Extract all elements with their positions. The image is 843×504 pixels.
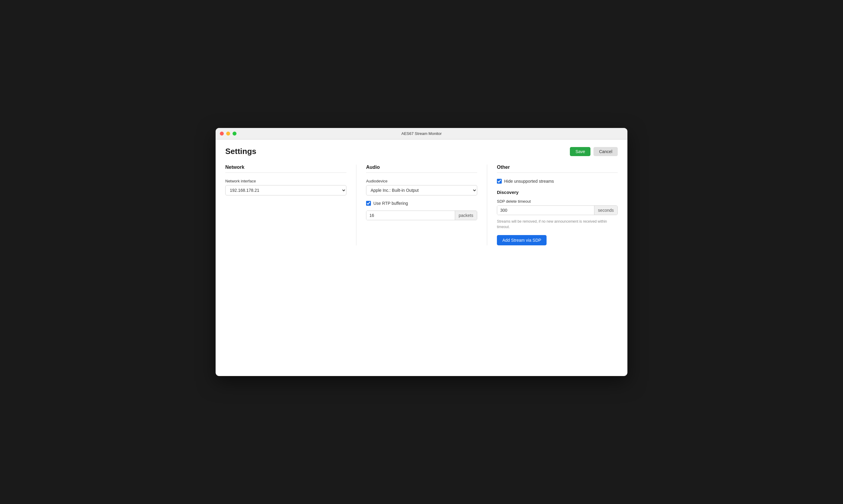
rtp-buffering-label: Use RTP buffering (373, 201, 408, 206)
sdp-helper-text: Streams will be removed, if no new annou… (497, 219, 618, 230)
minimize-button[interactable] (226, 131, 230, 136)
network-section-title: Network (225, 165, 346, 173)
save-button[interactable]: Save (570, 147, 590, 156)
close-button[interactable] (220, 131, 224, 136)
content-area: Settings Save Cancel Network Network int… (216, 140, 627, 376)
add-stream-button[interactable]: Add Stream via SDP (497, 235, 547, 245)
sdp-timeout-suffix: seconds (594, 206, 617, 215)
audio-column: Audio Audiodevice Apple Inc.: Built-in O… (356, 165, 487, 245)
window-controls (220, 131, 237, 136)
audiodevice-select[interactable]: Apple Inc.: Built-in Output (366, 185, 477, 195)
settings-columns: Network Network interface 192.168.178.21… (225, 165, 618, 245)
discovery-subtitle: Discovery (497, 190, 618, 195)
other-column: Other Hide unsupported streams Discovery… (487, 165, 618, 245)
page-title: Settings (225, 147, 257, 156)
sdp-timeout-input[interactable] (497, 206, 594, 215)
audiodevice-label: Audiodevice (366, 179, 477, 183)
titlebar: AES67 Stream Monitor (216, 128, 627, 140)
network-column: Network Network interface 192.168.178.21 (225, 165, 356, 245)
header-row: Settings Save Cancel (225, 147, 618, 156)
hide-unsupported-label: Hide unsupported streams (504, 179, 554, 184)
rtp-buffering-row: Use RTP buffering (366, 201, 477, 206)
network-interface-select[interactable]: 192.168.178.21 (225, 185, 346, 195)
network-interface-label: Network interface (225, 179, 346, 183)
cancel-button[interactable]: Cancel (593, 147, 618, 156)
sdp-timeout-field: seconds (497, 205, 618, 215)
app-window: AES67 Stream Monitor Settings Save Cance… (216, 128, 627, 376)
rtp-packets-suffix: packets (455, 211, 477, 220)
hide-unsupported-checkbox[interactable] (497, 179, 502, 184)
rtp-value-field: packets (366, 211, 477, 220)
sdp-timeout-label: SDP delete timeout (497, 199, 618, 203)
rtp-packets-input[interactable] (366, 211, 455, 220)
hide-unsupported-row: Hide unsupported streams (497, 179, 618, 184)
rtp-buffering-checkbox[interactable] (366, 201, 371, 206)
window-title: AES67 Stream Monitor (401, 131, 442, 136)
other-section-title: Other (497, 165, 618, 173)
audio-section-title: Audio (366, 165, 477, 173)
header-buttons: Save Cancel (570, 147, 618, 156)
maximize-button[interactable] (233, 131, 237, 136)
